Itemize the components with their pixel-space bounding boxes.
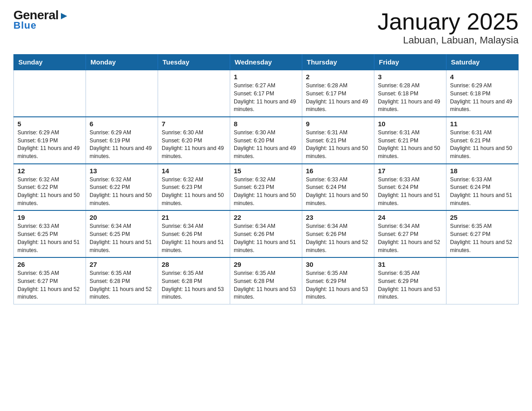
day-info: Sunrise: 6:27 AM Sunset: 6:17 PM Dayligh… xyxy=(234,82,298,114)
day-info: Sunrise: 6:31 AM Sunset: 6:21 PM Dayligh… xyxy=(306,129,370,161)
day-info: Sunrise: 6:29 AM Sunset: 6:18 PM Dayligh… xyxy=(450,82,515,114)
header: General Blue January 2025 Labuan, Labuan… xyxy=(13,9,519,46)
day-number: 6 xyxy=(90,120,154,128)
day-number: 5 xyxy=(17,120,82,128)
day-info: Sunrise: 6:33 AM Sunset: 6:25 PM Dayligh… xyxy=(17,223,82,254)
calendar-week-1: 5Sunrise: 6:29 AM Sunset: 6:19 PM Daylig… xyxy=(14,117,519,164)
day-number: 3 xyxy=(378,73,442,81)
day-number: 30 xyxy=(306,261,370,268)
calendar-cell: 4Sunrise: 6:29 AM Sunset: 6:18 PM Daylig… xyxy=(446,70,519,117)
day-info: Sunrise: 6:32 AM Sunset: 6:22 PM Dayligh… xyxy=(90,176,154,208)
day-number: 23 xyxy=(306,214,370,221)
svg-marker-0 xyxy=(61,13,67,19)
calendar-cell: 10Sunrise: 6:31 AM Sunset: 6:21 PM Dayli… xyxy=(374,117,446,164)
calendar-cell: 3Sunrise: 6:28 AM Sunset: 6:18 PM Daylig… xyxy=(374,70,446,117)
calendar-cell: 18Sunrise: 6:33 AM Sunset: 6:24 PM Dayli… xyxy=(446,164,519,211)
calendar-week-4: 26Sunrise: 6:35 AM Sunset: 6:27 PM Dayli… xyxy=(14,257,519,304)
logo-arrow xyxy=(59,9,69,21)
day-number: 11 xyxy=(450,120,515,128)
calendar-table: SundayMondayTuesdayWednesdayThursdayFrid… xyxy=(13,54,519,304)
day-info: Sunrise: 6:34 AM Sunset: 6:27 PM Dayligh… xyxy=(378,223,442,254)
calendar-week-2: 12Sunrise: 6:32 AM Sunset: 6:22 PM Dayli… xyxy=(14,164,519,211)
day-number: 31 xyxy=(378,261,442,268)
calendar-cell: 1Sunrise: 6:27 AM Sunset: 6:17 PM Daylig… xyxy=(230,70,302,117)
day-info: Sunrise: 6:28 AM Sunset: 6:18 PM Dayligh… xyxy=(378,82,442,114)
day-number: 10 xyxy=(378,120,442,128)
day-info: Sunrise: 6:34 AM Sunset: 6:25 PM Dayligh… xyxy=(90,223,154,254)
logo-arrow-icon xyxy=(59,11,69,21)
day-info: Sunrise: 6:35 AM Sunset: 6:28 PM Dayligh… xyxy=(234,270,298,301)
day-number: 18 xyxy=(450,167,515,175)
calendar-cell: 22Sunrise: 6:34 AM Sunset: 6:26 PM Dayli… xyxy=(230,210,302,257)
calendar-cell xyxy=(86,70,158,117)
calendar-subtitle: Labuan, Labuan, Malaysia xyxy=(378,34,519,46)
calendar-cell: 28Sunrise: 6:35 AM Sunset: 6:28 PM Dayli… xyxy=(158,257,230,304)
calendar-cell: 5Sunrise: 6:29 AM Sunset: 6:19 PM Daylig… xyxy=(14,117,86,164)
calendar-cell: 23Sunrise: 6:34 AM Sunset: 6:26 PM Dayli… xyxy=(302,210,374,257)
dow-header-wednesday: Wednesday xyxy=(230,55,302,70)
day-info: Sunrise: 6:31 AM Sunset: 6:21 PM Dayligh… xyxy=(378,129,442,161)
dow-header-friday: Friday xyxy=(374,55,446,70)
day-number: 16 xyxy=(306,167,370,175)
calendar-cell xyxy=(446,257,519,304)
dow-header-tuesday: Tuesday xyxy=(158,55,230,70)
calendar-cell: 15Sunrise: 6:32 AM Sunset: 6:23 PM Dayli… xyxy=(230,164,302,211)
day-info: Sunrise: 6:34 AM Sunset: 6:26 PM Dayligh… xyxy=(306,223,370,254)
logo: General Blue xyxy=(13,9,69,31)
day-number: 21 xyxy=(162,214,226,221)
day-info: Sunrise: 6:34 AM Sunset: 6:26 PM Dayligh… xyxy=(162,223,226,254)
day-number: 19 xyxy=(17,214,82,221)
day-number: 4 xyxy=(450,73,515,81)
days-of-week-row: SundayMondayTuesdayWednesdayThursdayFrid… xyxy=(14,55,519,70)
day-number: 9 xyxy=(306,120,370,128)
day-info: Sunrise: 6:35 AM Sunset: 6:28 PM Dayligh… xyxy=(162,270,226,301)
calendar-title: January 2025 xyxy=(378,9,519,34)
calendar-cell: 30Sunrise: 6:35 AM Sunset: 6:29 PM Dayli… xyxy=(302,257,374,304)
calendar-body: 1Sunrise: 6:27 AM Sunset: 6:17 PM Daylig… xyxy=(14,70,519,304)
calendar-cell: 20Sunrise: 6:34 AM Sunset: 6:25 PM Dayli… xyxy=(86,210,158,257)
day-number: 13 xyxy=(90,167,154,175)
day-info: Sunrise: 6:35 AM Sunset: 6:29 PM Dayligh… xyxy=(378,270,442,301)
day-info: Sunrise: 6:30 AM Sunset: 6:20 PM Dayligh… xyxy=(162,129,226,161)
day-number: 20 xyxy=(90,214,154,221)
day-info: Sunrise: 6:28 AM Sunset: 6:17 PM Dayligh… xyxy=(306,82,370,114)
calendar-week-0: 1Sunrise: 6:27 AM Sunset: 6:17 PM Daylig… xyxy=(14,70,519,117)
day-info: Sunrise: 6:29 AM Sunset: 6:19 PM Dayligh… xyxy=(17,129,82,161)
day-number: 26 xyxy=(17,261,82,268)
day-info: Sunrise: 6:35 AM Sunset: 6:28 PM Dayligh… xyxy=(90,270,154,301)
calendar-cell: 25Sunrise: 6:35 AM Sunset: 6:27 PM Dayli… xyxy=(446,210,519,257)
day-number: 25 xyxy=(450,214,515,221)
day-number: 7 xyxy=(162,120,226,128)
calendar-cell: 26Sunrise: 6:35 AM Sunset: 6:27 PM Dayli… xyxy=(14,257,86,304)
dow-header-thursday: Thursday xyxy=(302,55,374,70)
calendar-cell: 11Sunrise: 6:31 AM Sunset: 6:21 PM Dayli… xyxy=(446,117,519,164)
day-info: Sunrise: 6:30 AM Sunset: 6:20 PM Dayligh… xyxy=(234,129,298,161)
logo-blue-text: Blue xyxy=(13,20,37,31)
calendar-header: SundayMondayTuesdayWednesdayThursdayFrid… xyxy=(14,55,519,70)
calendar-cell: 31Sunrise: 6:35 AM Sunset: 6:29 PM Dayli… xyxy=(374,257,446,304)
day-number: 27 xyxy=(90,261,154,268)
day-number: 22 xyxy=(234,214,298,221)
day-number: 2 xyxy=(306,73,370,81)
calendar-cell: 9Sunrise: 6:31 AM Sunset: 6:21 PM Daylig… xyxy=(302,117,374,164)
calendar-cell: 29Sunrise: 6:35 AM Sunset: 6:28 PM Dayli… xyxy=(230,257,302,304)
day-number: 12 xyxy=(17,167,82,175)
calendar-cell: 12Sunrise: 6:32 AM Sunset: 6:22 PM Dayli… xyxy=(14,164,86,211)
day-info: Sunrise: 6:33 AM Sunset: 6:24 PM Dayligh… xyxy=(306,176,370,208)
day-number: 29 xyxy=(234,261,298,268)
day-info: Sunrise: 6:29 AM Sunset: 6:19 PM Dayligh… xyxy=(90,129,154,161)
day-info: Sunrise: 6:33 AM Sunset: 6:24 PM Dayligh… xyxy=(378,176,442,208)
calendar-cell: 16Sunrise: 6:33 AM Sunset: 6:24 PM Dayli… xyxy=(302,164,374,211)
day-number: 14 xyxy=(162,167,226,175)
day-number: 1 xyxy=(234,73,298,81)
calendar-cell: 17Sunrise: 6:33 AM Sunset: 6:24 PM Dayli… xyxy=(374,164,446,211)
dow-header-sunday: Sunday xyxy=(14,55,86,70)
calendar-cell: 6Sunrise: 6:29 AM Sunset: 6:19 PM Daylig… xyxy=(86,117,158,164)
day-number: 8 xyxy=(234,120,298,128)
calendar-cell: 21Sunrise: 6:34 AM Sunset: 6:26 PM Dayli… xyxy=(158,210,230,257)
day-info: Sunrise: 6:35 AM Sunset: 6:29 PM Dayligh… xyxy=(306,270,370,301)
title-block: January 2025 Labuan, Labuan, Malaysia xyxy=(378,9,519,46)
day-info: Sunrise: 6:32 AM Sunset: 6:23 PM Dayligh… xyxy=(162,176,226,208)
calendar-cell: 8Sunrise: 6:30 AM Sunset: 6:20 PM Daylig… xyxy=(230,117,302,164)
day-info: Sunrise: 6:32 AM Sunset: 6:22 PM Dayligh… xyxy=(17,176,82,208)
